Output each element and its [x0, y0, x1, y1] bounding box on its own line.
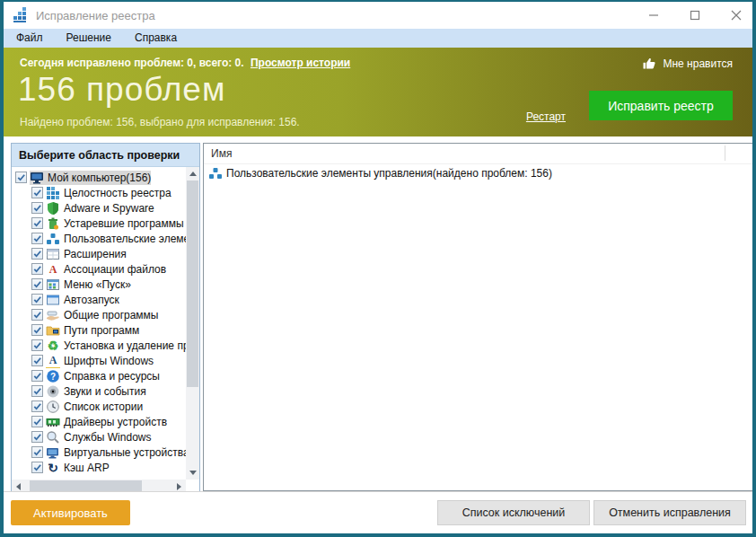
tree-item-label[interactable]: Виртуальные устройства [64, 446, 186, 459]
tree-item-registry-integrity[interactable]: Целостность реестра [12, 185, 186, 200]
tree-item-label[interactable]: Пользовательские элементы управления [64, 233, 186, 245]
checkbox-checked[interactable] [31, 217, 43, 229]
window-controls [645, 2, 745, 29]
tree-item-label[interactable]: Adware и Spyware [64, 202, 154, 215]
tree-item-install-uninstall[interactable]: ♻ Установка и удаление программ [12, 338, 186, 353]
tree-item-virtual-devices[interactable]: Виртуальные устройства [12, 445, 186, 460]
tree-item-label[interactable]: Ассоциации файлов [64, 263, 166, 276]
tree-item-shared-programs[interactable]: Общие программы [12, 307, 186, 322]
fix-registry-button[interactable]: Исправить реестр [589, 91, 733, 120]
history-link[interactable]: Просмотр истории [251, 57, 350, 69]
checkbox-checked[interactable] [31, 416, 43, 427]
checkbox-checked[interactable] [31, 233, 43, 244]
tree-item-label[interactable]: Список истории [64, 401, 143, 413]
today-stats: Сегодня исправлено проблем: 0, всего: 0.… [20, 57, 350, 69]
tree-item-label[interactable]: Мой компьютер(156) [48, 172, 151, 184]
activate-button[interactable]: Активировать [11, 500, 130, 525]
menu-solution[interactable]: Решение [55, 29, 123, 48]
scroll-up-icon[interactable] [186, 167, 199, 180]
results-column-header[interactable]: Имя [204, 144, 752, 164]
tree-item-label[interactable]: Справка и ресурсы [64, 370, 160, 383]
minimize-icon[interactable] [645, 6, 663, 24]
tree-item-label[interactable]: Общие программы [64, 309, 159, 321]
checkbox-checked[interactable] [31, 339, 43, 351]
checkbox-checked[interactable] [31, 355, 43, 366]
tree-item-arp-cache[interactable]: ↻ Кэш ARP [12, 460, 186, 475]
column-name-label: Имя [204, 147, 232, 160]
extension-window-icon [46, 247, 60, 261]
tree-item-windows-fonts[interactable]: A Шрифты Windows [12, 353, 186, 368]
checkbox-checked[interactable] [31, 401, 43, 412]
tree-item-my-computer[interactable]: Мой компьютер(156) [12, 170, 186, 185]
vertical-scroll-thumb[interactable] [187, 180, 198, 387]
checkbox-checked[interactable] [15, 172, 27, 183]
checkbox-checked[interactable] [31, 446, 43, 458]
tree-item-label[interactable]: Кэш ARP [64, 462, 110, 474]
tree-item-extensions[interactable]: Расширения [12, 246, 186, 261]
menu-help[interactable]: Справка [123, 29, 189, 48]
status-header: Сегодня исправлено проблем: 0, всего: 0.… [4, 48, 752, 136]
tree-item-history-list[interactable]: Список истории [12, 399, 186, 414]
tree-item-windows-services[interactable]: Службы Windows [12, 429, 186, 445]
close-icon[interactable] [727, 6, 745, 24]
tree-item-label[interactable]: Установка и удаление программ [64, 339, 186, 352]
tree-item-sounds-events[interactable]: Звуки и события [12, 383, 186, 399]
tree-item-label[interactable]: Пути программ [64, 324, 139, 337]
today-stats-text: Сегодня исправлено проблем: 0, всего: 0. [20, 57, 244, 69]
checkbox-checked[interactable] [31, 309, 43, 321]
start-menu-icon [46, 277, 60, 292]
menu-file[interactable]: Файл [4, 29, 55, 48]
exceptions-list-button[interactable]: Список исключений [437, 500, 590, 525]
scan-tree: Мой компьютер(156) Целостность реестра A… [12, 167, 186, 480]
checkbox-checked[interactable] [31, 324, 43, 336]
tree-item-label[interactable]: Расширения [64, 248, 127, 260]
results-panel: Имя Пользовательские элементы управления… [203, 143, 753, 491]
shield-icon [46, 201, 60, 216]
tree-item-label[interactable]: Звуки и события [64, 385, 146, 398]
undo-fixes-button[interactable]: Отменить исправления [593, 500, 746, 525]
checkbox-checked[interactable] [31, 187, 43, 198]
menu-bar: Файл Решение Справка [4, 29, 752, 48]
found-selected-stats: Найдено проблем: 156, выбрано для исправ… [20, 116, 300, 128]
sidebar-header: Выберите область проверки [12, 144, 199, 167]
sidebar-vertical-scrollbar[interactable] [186, 167, 199, 480]
tree-item-help-resources[interactable]: ? Справка и ресурсы [12, 368, 186, 383]
tree-item-user-controls[interactable]: Пользовательские элементы управления [12, 231, 186, 246]
tree-item-obsolete-programs[interactable]: Устаревшие программы [12, 216, 186, 231]
tree-item-label[interactable]: Драйверы устройств [64, 416, 167, 428]
checkbox-checked[interactable] [31, 263, 43, 275]
scroll-down-icon[interactable] [186, 466, 199, 480]
tree-item-label[interactable]: Шрифты Windows [64, 355, 154, 367]
tree-item-adware-spyware[interactable]: Adware и Spyware [12, 200, 186, 216]
checkbox-checked[interactable] [31, 202, 43, 214]
tree-item-label[interactable]: Целостность реестра [64, 187, 171, 199]
checkbox-checked[interactable] [31, 431, 43, 443]
column-separator[interactable] [725, 145, 725, 161]
tree-item-file-associations[interactable]: A Ассоциации файлов [12, 261, 186, 277]
computer-icon [30, 171, 44, 185]
checkbox-checked[interactable] [31, 248, 43, 260]
maximize-icon[interactable] [686, 6, 704, 24]
thumbs-up-icon [642, 57, 656, 71]
checkbox-checked[interactable] [31, 462, 43, 473]
checkbox-checked[interactable] [31, 370, 43, 382]
checkbox-checked[interactable] [31, 385, 43, 397]
result-row[interactable]: Пользовательские элементы управления(най… [204, 164, 752, 182]
restart-link[interactable]: Рестарт [526, 110, 566, 123]
like-block[interactable]: Мне нравится [642, 57, 733, 71]
tree-item-program-paths[interactable]: Пути программ [12, 322, 186, 338]
shared-hand-icon [46, 308, 60, 322]
checkbox-checked[interactable] [31, 278, 43, 290]
tree-item-label[interactable]: Службы Windows [64, 431, 151, 444]
checkbox-checked[interactable] [31, 294, 43, 305]
services-magnifier-icon [46, 430, 60, 445]
tree-item-label[interactable]: Меню «Пуск» [64, 278, 131, 291]
tree-item-label[interactable]: Устаревшие программы [64, 217, 184, 230]
footer-bar: Активировать Список исключений Отменить … [4, 491, 752, 533]
tree-item-label[interactable]: Автозапуск [64, 294, 119, 306]
tree-item-device-drivers[interactable]: Драйверы устройств [12, 414, 186, 429]
scan-area-panel: Выберите область проверки Мой компьютер(… [11, 143, 200, 494]
fonts-icon: A [46, 353, 60, 368]
tree-item-start-menu[interactable]: Меню «Пуск» [12, 277, 186, 292]
tree-item-autorun[interactable]: Автозапуск [12, 292, 186, 307]
